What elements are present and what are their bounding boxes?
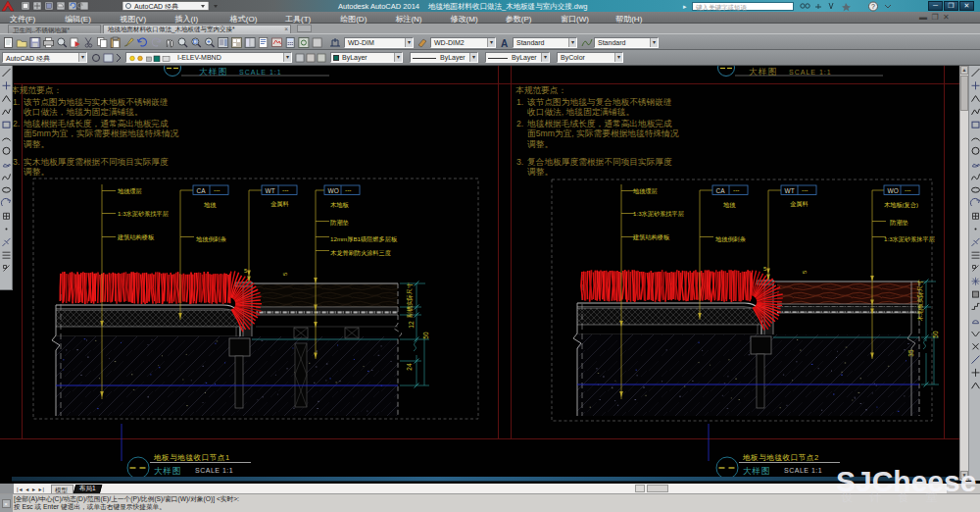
svg-text:24: 24 (406, 363, 413, 371)
svg-text:大样图: 大样图 (743, 466, 771, 476)
svg-text:WO: WO (328, 187, 339, 194)
svg-text:2.: 2. (13, 119, 20, 128)
svg-text:收口做法, 地毯固定满铺毯。: 收口做法, 地毯固定满铺毯。 (527, 107, 634, 117)
svg-text:地毯缓层: 地毯缓层 (118, 187, 142, 194)
svg-text:地毯: 地毯 (723, 201, 736, 208)
svg-text:大样图: 大样图 (749, 67, 778, 77)
svg-text:3.: 3. (13, 157, 20, 167)
svg-text:---: --- (802, 186, 808, 193)
svg-text:金属料: 金属料 (270, 200, 289, 207)
svg-text:地毯根据毛绒长度，通常高出地板完成: 地毯根据毛绒长度，通常高出地板完成 (23, 119, 169, 128)
svg-text:大样图: 大样图 (199, 67, 228, 77)
svg-text:WT: WT (266, 187, 275, 194)
svg-text:木地板(复合): 木地板(复合) (884, 201, 918, 209)
svg-text:收口做法，地毯为固定满铺毯。: 收口做法，地毯为固定满铺毯。 (24, 107, 143, 117)
svg-text:1:3水泥砂浆抹平层: 1:3水泥砂浆抹平层 (884, 235, 935, 243)
svg-text:SCALE 1:1: SCALE 1:1 (239, 69, 282, 76)
svg-text:---: --- (733, 186, 740, 193)
svg-text:---: --- (345, 186, 352, 193)
svg-text:50: 50 (422, 332, 429, 339)
svg-text:地毯根据毛绒长度，通常高出地板完成: 地毯根据毛绒长度，通常高出地板完成 (526, 119, 672, 128)
svg-text:防潮垫: 防潮垫 (330, 219, 349, 227)
svg-text:地板与地毯收口节点2: 地板与地毯收口节点2 (742, 453, 819, 462)
svg-text:35: 35 (907, 349, 914, 357)
svg-text:地毯倒刺条: 地毯倒刺条 (196, 235, 226, 243)
svg-text:地毯倒刺条: 地毯倒刺条 (715, 235, 746, 243)
svg-text:1:3水泥砂浆找平层: 1:3水泥砂浆找平层 (633, 210, 684, 218)
svg-text:复合地板厚度需根据不同项目实际厚度: 复合地板厚度需根据不同项目实际厚度 (527, 157, 672, 167)
svg-text:防潮垫: 防潮垫 (890, 219, 908, 227)
svg-text:本规范要点：: 本规范要点： (11, 85, 62, 95)
svg-text:面5mm为宜，实际需要根据地毯特殊情况: 面5mm为宜，实际需要根据地毯特殊情况 (24, 128, 179, 138)
svg-text:WT: WT (785, 187, 795, 194)
svg-text:---: --- (214, 186, 220, 193)
svg-text:木地板实际尺寸: 木地板实际尺寸 (916, 280, 924, 322)
svg-text:SCALE 1:1: SCALE 1:1 (195, 467, 233, 474)
svg-text:---: --- (282, 186, 289, 193)
svg-text:地板与地毯收口节点1: 地板与地毯收口节点1 (153, 453, 230, 462)
svg-text:调整。: 调整。 (24, 167, 49, 177)
svg-text:木龙骨刷防火涂料三度: 木龙骨刷防火涂料三度 (330, 249, 391, 257)
svg-text:调整。: 调整。 (527, 167, 553, 177)
svg-text:CA: CA (716, 187, 726, 194)
svg-text:5: 5 (802, 270, 808, 274)
svg-text:本规范要点：: 本规范要点： (515, 85, 566, 95)
svg-text:建筑结构楼板: 建筑结构楼板 (117, 233, 155, 241)
svg-text:木地板: 木地板 (330, 201, 349, 208)
svg-text:SCALE 1:1: SCALE 1:1 (784, 467, 822, 474)
svg-text:1.: 1. (13, 97, 20, 107)
svg-text:AutoCAD 经典: AutoCAD 经典 (134, 3, 178, 10)
svg-text:大样图: 大样图 (154, 466, 182, 476)
svg-text:建筑结构楼板: 建筑结构楼板 (632, 233, 670, 241)
svg-text:12mm厚B1级阻燃多层板: 12mm厚B1级阻燃多层板 (330, 235, 398, 242)
svg-text:金属料: 金属料 (790, 200, 808, 207)
svg-text:---: --- (905, 186, 911, 193)
svg-text:剔槽实际尺寸: 剔槽实际尺寸 (406, 282, 414, 318)
svg-text:1:3水泥砂浆找平层: 1:3水泥砂浆找平层 (118, 210, 169, 218)
svg-text:调整。: 调整。 (527, 139, 553, 149)
svg-text:地毯缓层: 地毯缓层 (633, 187, 658, 194)
svg-text:该节点图为地毯与实木地板不锈钢嵌缝: 该节点图为地毯与实木地板不锈钢嵌缝 (24, 97, 169, 107)
svg-text:SCALE 1:1: SCALE 1:1 (789, 69, 832, 76)
svg-text:调整。: 调整。 (24, 139, 49, 149)
svg-text:WO: WO (888, 187, 899, 194)
svg-text:地毯: 地毯 (204, 201, 217, 208)
svg-text:A: A (501, 38, 508, 49)
svg-text:CA: CA (197, 187, 207, 194)
svg-text:面5mm为宜, 实际需要根据地毯特殊情况: 面5mm为宜, 实际需要根据地毯特殊情况 (527, 128, 679, 138)
svg-text:3.: 3. (516, 157, 523, 167)
svg-text:?: ? (871, 3, 875, 10)
svg-text:5: 5 (282, 272, 288, 276)
svg-text:实木地板厚度需根据不同项目实际厚度: 实木地板厚度需根据不同项目实际厚度 (24, 157, 169, 167)
svg-text:2.: 2. (516, 119, 523, 128)
svg-text:该节点图为地毯与复合地板不锈钢嵌缝: 该节点图为地毯与复合地板不锈钢嵌缝 (527, 97, 672, 107)
svg-text:50: 50 (932, 331, 939, 338)
svg-text:12: 12 (408, 321, 415, 329)
svg-text:1.: 1. (516, 97, 523, 107)
